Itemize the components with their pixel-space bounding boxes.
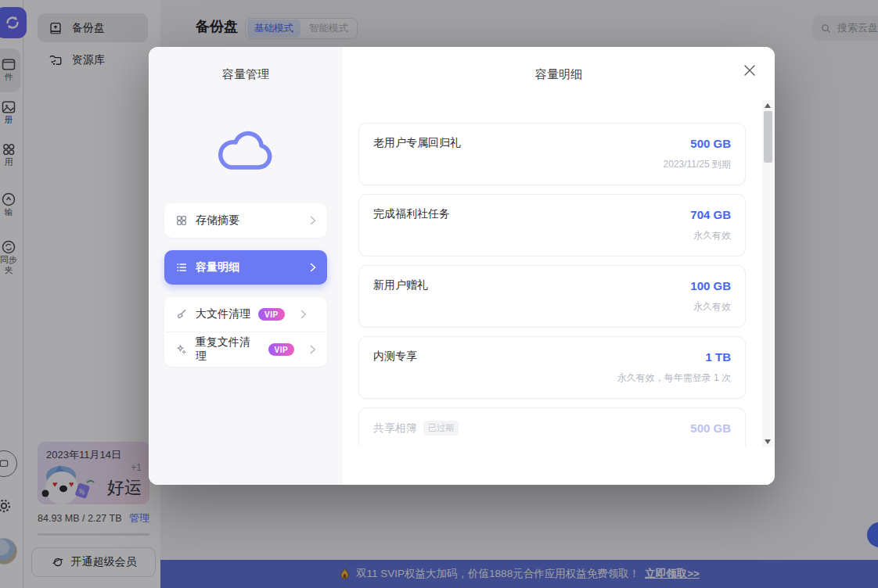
cloud-icon [214, 127, 278, 175]
capacity-item-value: 500 GB [690, 137, 731, 150]
capacity-dialog-left-panel: 容量管理 存储摘要 容量明细 大文件清理 VIP [149, 47, 343, 485]
vip-badge: VIP [258, 308, 285, 321]
capacity-item-note: 永久有效 [373, 229, 731, 242]
capacity-item-value: 500 GB [690, 421, 731, 435]
chevron-right-icon [300, 310, 307, 319]
capacity-item[interactable]: 老用户专属回归礼 500 GB 2023/11/25 到期 [358, 123, 746, 185]
scrollbar-thumb[interactable] [764, 111, 772, 163]
close-icon [743, 64, 756, 77]
capacity-item[interactable]: 内测专享 1 TB 永久有效，每年需登录 1 次 [358, 336, 746, 399]
broom-icon [175, 308, 188, 321]
capacity-item-note: 2023/11/25 到期 [373, 158, 731, 171]
cloud-illustration [149, 127, 343, 175]
capacity-item[interactable]: 完成福利社任务 704 GB 永久有效 [358, 194, 746, 256]
close-button[interactable] [742, 63, 757, 78]
capacity-item-value: 704 GB [690, 208, 731, 221]
app-window: 件 册 用 输 同步 夹 备份盘 [0, 0, 878, 588]
vip-badge: VIP [268, 343, 295, 356]
capacity-item-value: 100 GB [690, 279, 731, 292]
capacity-list-viewport: 老用户专属回归礼 500 GB 2023/11/25 到期 完成福利社任务 70… [358, 98, 746, 446]
grid-icon [175, 214, 188, 227]
capacity-item-title: 新用户赠礼 [373, 278, 428, 292]
menu-item-large-file-cleanup[interactable]: 大文件清理 VIP [164, 297, 327, 332]
capacity-item-value: 1 TB [705, 350, 731, 364]
menu-item-label: 容量明细 [196, 260, 239, 274]
scrollbar[interactable] [762, 100, 774, 447]
chevron-right-icon [310, 345, 316, 354]
list-icon [175, 261, 188, 274]
menu-item-storage-summary[interactable]: 存储摘要 [164, 203, 327, 238]
sparkle-icon [175, 343, 188, 356]
capacity-item-expired[interactable]: 共享相簿 已过期 500 GB [358, 407, 746, 446]
capacity-item-title: 完成福利社任务 [373, 207, 450, 221]
dialog-left-title: 容量管理 [149, 67, 343, 82]
cleanup-menu-group: 大文件清理 VIP 重复文件清理 VIP [164, 297, 327, 367]
capacity-item-note: 永久有效 [373, 300, 731, 314]
chevron-right-icon [310, 216, 316, 225]
capacity-item-title: 共享相簿 [373, 421, 417, 436]
chevron-right-icon [310, 263, 316, 272]
capacity-item-note: 永久有效，每年需登录 1 次 [373, 371, 731, 385]
menu-item-capacity-details[interactable]: 容量明细 [164, 250, 327, 285]
scrollbar-down-arrow[interactable] [765, 439, 771, 444]
capacity-item[interactable]: 新用户赠礼 100 GB 永久有效 [358, 265, 746, 328]
capacity-dialog: 容量管理 存储摘要 容量明细 大文件清理 VIP [149, 47, 775, 485]
capacity-item-title: 内测专享 [373, 350, 417, 364]
scrollbar-up-arrow[interactable] [765, 103, 771, 108]
menu-item-duplicate-file-cleanup[interactable]: 重复文件清理 VIP [164, 332, 327, 367]
menu-item-label: 重复文件清理 [196, 335, 261, 364]
capacity-item-title: 老用户专属回归礼 [373, 136, 461, 150]
capacity-dialog-right-panel: 容量明细 老用户专属回归礼 500 GB 2023/11/25 到期 完成福利社… [343, 47, 775, 485]
expired-badge: 已过期 [423, 421, 459, 436]
menu-item-label: 存储摘要 [196, 213, 239, 228]
dialog-right-title: 容量明细 [343, 67, 775, 82]
menu-item-label: 大文件清理 [196, 307, 250, 321]
